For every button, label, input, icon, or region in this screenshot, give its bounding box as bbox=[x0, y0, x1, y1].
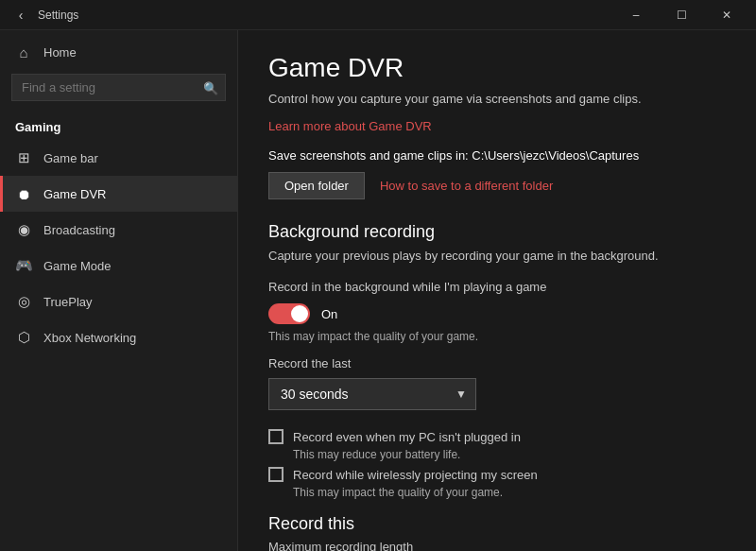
button-row: Open folder How to save to a different f… bbox=[268, 172, 726, 199]
page-title: Game DVR bbox=[268, 53, 726, 83]
content-area: Game DVR Control how you capture your ga… bbox=[238, 30, 756, 551]
search-box: 🔍 bbox=[11, 74, 226, 101]
sidebar-item-game-mode[interactable]: 🎮 Game Mode bbox=[0, 248, 237, 284]
sidebar-section-gaming: Gaming bbox=[0, 112, 237, 140]
save-path-label: Save screenshots and game clips in: bbox=[268, 148, 469, 163]
sidebar-item-label-game-dvr: Game DVR bbox=[43, 187, 106, 201]
sidebar-item-home[interactable]: ⌂ Home bbox=[0, 30, 237, 74]
back-button[interactable]: ‹ bbox=[8, 2, 34, 28]
plugged-in-checkbox-label[interactable]: Record even when my PC isn't plugged in bbox=[293, 430, 521, 444]
title-bar: ‹ Settings – ☐ ✕ bbox=[0, 0, 756, 30]
max-recording-label: Maximum recording length bbox=[268, 540, 726, 551]
sidebar-item-game-dvr[interactable]: ⏺ Game DVR bbox=[0, 176, 237, 212]
record-last-label: Record the last bbox=[268, 356, 726, 370]
toggle-setting-label: Record in the background while I'm playi… bbox=[268, 280, 726, 294]
plugged-in-checkbox[interactable] bbox=[268, 429, 284, 444]
maximize-button[interactable]: ☐ bbox=[660, 0, 703, 30]
plugged-in-checkbox-row: Record even when my PC isn't plugged in bbox=[268, 429, 726, 444]
home-label: Home bbox=[43, 45, 77, 60]
trueplay-icon: ◎ bbox=[15, 293, 32, 310]
game-mode-icon: 🎮 bbox=[15, 257, 32, 274]
sidebar-item-label-xbox-networking: Xbox Networking bbox=[43, 331, 136, 345]
main-layout: ⌂ Home 🔍 Gaming ⊞ Game bar ⏺ Game DVR ◉ … bbox=[0, 30, 756, 551]
record-last-dropdown-wrap: 30 seconds 1 minute 2 minutes 5 minutes … bbox=[268, 378, 726, 410]
home-icon: ⌂ bbox=[15, 43, 32, 60]
window-controls: – ☐ ✕ bbox=[614, 0, 748, 30]
record-last-dropdown-container: 30 seconds 1 minute 2 minutes 5 minutes … bbox=[268, 378, 476, 410]
record-this-title: Record this bbox=[268, 514, 726, 534]
save-path-row: Save screenshots and game clips in: C:\U… bbox=[268, 148, 726, 163]
broadcasting-icon: ◉ bbox=[15, 221, 32, 238]
wireless-project-checkbox-row: Record while wirelessly projecting my sc… bbox=[268, 467, 726, 482]
search-icon: 🔍 bbox=[203, 80, 218, 95]
sidebar: ⌂ Home 🔍 Gaming ⊞ Game bar ⏺ Game DVR ◉ … bbox=[0, 30, 238, 551]
toggle-knob bbox=[291, 305, 308, 322]
record-last-dropdown[interactable]: 30 seconds 1 minute 2 minutes 5 minutes … bbox=[268, 378, 476, 410]
xbox-networking-icon: ⬡ bbox=[15, 329, 32, 346]
search-input[interactable] bbox=[11, 74, 226, 101]
plugged-in-hint: This may reduce your battery life. bbox=[293, 448, 726, 461]
game-bar-icon: ⊞ bbox=[15, 149, 32, 166]
change-folder-link[interactable]: How to save to a different folder bbox=[380, 179, 553, 193]
toggle-state-label: On bbox=[321, 307, 337, 321]
wireless-project-checkbox[interactable] bbox=[268, 467, 284, 482]
sidebar-item-game-bar[interactable]: ⊞ Game bar bbox=[0, 140, 237, 176]
game-dvr-icon: ⏺ bbox=[15, 185, 32, 202]
background-record-toggle-row: On bbox=[268, 303, 726, 324]
sidebar-item-label-trueplay: TruePlay bbox=[43, 295, 93, 309]
wireless-project-checkbox-label[interactable]: Record while wirelessly projecting my sc… bbox=[293, 468, 538, 482]
sidebar-item-xbox-networking[interactable]: ⬡ Xbox Networking bbox=[0, 319, 237, 355]
background-recording-description: Capture your previous plays by recording… bbox=[268, 248, 726, 265]
open-folder-button[interactable]: Open folder bbox=[268, 172, 365, 199]
toggle-hint: This may impact the quality of your game… bbox=[268, 330, 726, 343]
sidebar-item-label-game-bar: Game bar bbox=[43, 151, 98, 165]
sidebar-item-trueplay[interactable]: ◎ TruePlay bbox=[0, 284, 237, 319]
sidebar-item-label-game-mode: Game Mode bbox=[43, 259, 112, 273]
page-description: Control how you capture your game via sc… bbox=[268, 91, 726, 108]
wireless-project-hint: This may impact the quality of your game… bbox=[293, 486, 726, 499]
save-path-value: C:\Users\jezc\Videos\Captures bbox=[472, 148, 639, 163]
sidebar-item-label-broadcasting: Broadcasting bbox=[43, 223, 115, 237]
sidebar-item-broadcasting[interactable]: ◉ Broadcasting bbox=[0, 212, 237, 248]
background-recording-title: Background recording bbox=[268, 222, 726, 242]
learn-more-link[interactable]: Learn more about Game DVR bbox=[268, 119, 726, 133]
minimize-button[interactable]: – bbox=[614, 0, 658, 30]
title-bar-title: Settings bbox=[38, 9, 78, 22]
background-record-toggle[interactable] bbox=[268, 303, 310, 324]
close-button[interactable]: ✕ bbox=[705, 0, 748, 30]
